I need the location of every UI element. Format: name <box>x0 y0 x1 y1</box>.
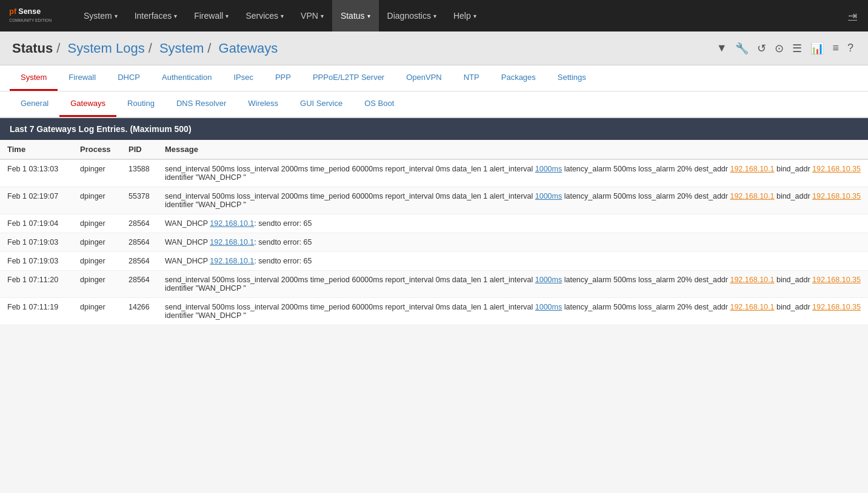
toolbar-icons: ▼ 🔧 ↺ ⊙ ☰ 📊 ≡ ? <box>714 39 856 58</box>
pfsense-logo: pf Sense COMMUNITY EDITION <box>7 4 68 27</box>
cell-message: WAN_DHCP 192.168.10.1: sendto error: 65 <box>158 252 868 271</box>
wrench-icon[interactable]: 🔧 <box>733 39 751 58</box>
nav-system[interactable]: System ▾ <box>75 0 126 31</box>
tab1-packages[interactable]: Packages <box>490 65 547 91</box>
table-row: Feb 1 02:19:07dpinger55378send_interval … <box>0 187 868 214</box>
tab2-general[interactable]: General <box>10 91 59 117</box>
breadcrumb: Status / System Logs / System / Gateways <box>12 41 278 56</box>
breadcrumb-sep2: / <box>149 41 152 56</box>
cell-time: Feb 1 07:19:03 <box>0 233 73 252</box>
tab1-ipsec[interactable]: IPsec <box>222 65 264 91</box>
table-header: Last 7 Gateways Log Entries. (Maximum 50… <box>0 118 868 140</box>
cell-pid: 28564 <box>121 271 158 298</box>
table-row: Feb 1 07:11:19dpinger14266send_interval … <box>0 298 868 325</box>
cell-time: Feb 1 07:19:04 <box>0 214 73 233</box>
tab1-authentication[interactable]: Authentication <box>151 65 222 91</box>
cell-process: dpinger <box>73 233 121 252</box>
col-header-process: Process <box>73 140 121 159</box>
breadcrumb-bar: Status / System Logs / System / Gateways… <box>0 31 868 65</box>
tab1-system[interactable]: System <box>10 65 58 91</box>
cell-pid: 55378 <box>121 187 158 214</box>
navbar-right: ⇥ <box>843 9 868 22</box>
cell-pid: 13588 <box>121 159 158 187</box>
svg-text:COMMUNITY EDITION: COMMUNITY EDITION <box>9 18 52 22</box>
content-area: Last 7 Gateways Log Entries. (Maximum 50… <box>0 118 868 325</box>
cell-message: WAN_DHCP 192.168.10.1: sendto error: 65 <box>158 233 868 252</box>
tab2-os-boot[interactable]: OS Boot <box>353 91 405 117</box>
stop-icon[interactable]: ⊙ <box>772 39 786 58</box>
tab1-pppoe[interactable]: PPPoE/L2TP Server <box>302 65 395 91</box>
breadcrumb-system[interactable]: System <box>156 41 204 56</box>
table-row: Feb 1 03:13:03dpinger13588send_interval … <box>0 159 868 187</box>
list-icon[interactable]: ≡ <box>830 39 841 57</box>
cell-pid: 14266 <box>121 298 158 325</box>
svg-text:pf: pf <box>9 7 17 16</box>
cell-message: send_interval 500ms loss_interval 2000ms… <box>158 298 868 325</box>
cell-message: send_interval 500ms loss_interval 2000ms… <box>158 159 868 187</box>
cell-process: dpinger <box>73 271 121 298</box>
cell-message: send_interval 500ms loss_interval 2000ms… <box>158 271 868 298</box>
settings-icon[interactable]: ☰ <box>790 39 804 58</box>
table-row: Feb 1 07:19:03dpinger28564WAN_DHCP 192.1… <box>0 252 868 271</box>
table-row: Feb 1 07:19:03dpinger28564WAN_DHCP 192.1… <box>0 233 868 252</box>
breadcrumb-systemlogs[interactable]: System Logs <box>64 41 144 56</box>
cell-pid: 28564 <box>121 233 158 252</box>
cell-pid: 28564 <box>121 252 158 271</box>
nav-interfaces[interactable]: Interfaces ▾ <box>126 0 185 31</box>
tab1-ppp[interactable]: PPP <box>264 65 302 91</box>
help-icon[interactable]: ? <box>845 39 856 57</box>
breadcrumb-sep1: / <box>56 41 60 56</box>
tab1-settings[interactable]: Settings <box>547 65 597 91</box>
filter-icon[interactable]: ▼ <box>714 39 730 57</box>
tab1-dhcp[interactable]: DHCP <box>107 65 151 91</box>
tab1-openvpn[interactable]: OpenVPN <box>395 65 453 91</box>
breadcrumb-sep3: / <box>207 41 211 56</box>
refresh-icon[interactable]: ↺ <box>755 39 769 58</box>
cell-process: dpinger <box>73 214 121 233</box>
brand: pf Sense COMMUNITY EDITION <box>0 1 75 31</box>
log-table: Time Process PID Message Feb 1 03:13:03d… <box>0 140 868 325</box>
nav-status[interactable]: Status ▾ <box>332 0 379 31</box>
chart-icon[interactable]: 📊 <box>808 39 826 58</box>
tab2-routing[interactable]: Routing <box>116 91 165 117</box>
col-header-message: Message <box>158 140 868 159</box>
tabs-row2: General Gateways Routing DNS Resolver Wi… <box>0 91 868 118</box>
nav-firewall[interactable]: Firewall ▾ <box>185 0 237 31</box>
col-header-time: Time <box>0 140 73 159</box>
nav-vpn[interactable]: VPN ▾ <box>292 0 332 31</box>
cell-message: WAN_DHCP 192.168.10.1: sendto error: 65 <box>158 214 868 233</box>
nav-diagnostics[interactable]: Diagnostics ▾ <box>379 0 445 31</box>
cell-time: Feb 1 07:11:20 <box>0 271 73 298</box>
tab2-dns-resolver[interactable]: DNS Resolver <box>165 91 237 117</box>
cell-process: dpinger <box>73 252 121 271</box>
nav-help[interactable]: Help ▾ <box>445 0 485 31</box>
col-header-pid: PID <box>121 140 158 159</box>
nav-services[interactable]: Services ▾ <box>237 0 292 31</box>
cell-process: dpinger <box>73 159 121 187</box>
tabs-row1: System Firewall DHCP Authentication IPse… <box>0 65 868 91</box>
cell-time: Feb 1 07:19:03 <box>0 252 73 271</box>
cell-process: dpinger <box>73 187 121 214</box>
cell-message: send_interval 500ms loss_interval 2000ms… <box>158 187 868 214</box>
cell-process: dpinger <box>73 298 121 325</box>
cell-time: Feb 1 03:13:03 <box>0 159 73 187</box>
cell-pid: 28564 <box>121 214 158 233</box>
tab1-ntp[interactable]: NTP <box>453 65 490 91</box>
table-row: Feb 1 07:11:20dpinger28564send_interval … <box>0 271 868 298</box>
navbar: pf Sense COMMUNITY EDITION System ▾ Inte… <box>0 0 868 31</box>
nav-menu: System ▾ Interfaces ▾ Firewall ▾ Service… <box>75 0 485 31</box>
tab2-wireless[interactable]: Wireless <box>237 91 289 117</box>
navbar-right-icon[interactable]: ⇥ <box>843 9 862 22</box>
cell-time: Feb 1 02:19:07 <box>0 187 73 214</box>
tab1-firewall[interactable]: Firewall <box>58 65 107 91</box>
breadcrumb-status: Status <box>12 41 53 56</box>
table-row: Feb 1 07:19:04dpinger28564WAN_DHCP 192.1… <box>0 214 868 233</box>
tab2-gui-service[interactable]: GUI Service <box>289 91 353 117</box>
breadcrumb-gateways: Gateways <box>215 41 278 56</box>
tab2-gateways[interactable]: Gateways <box>59 91 116 117</box>
cell-time: Feb 1 07:11:19 <box>0 298 73 325</box>
svg-text:Sense: Sense <box>18 7 41 16</box>
